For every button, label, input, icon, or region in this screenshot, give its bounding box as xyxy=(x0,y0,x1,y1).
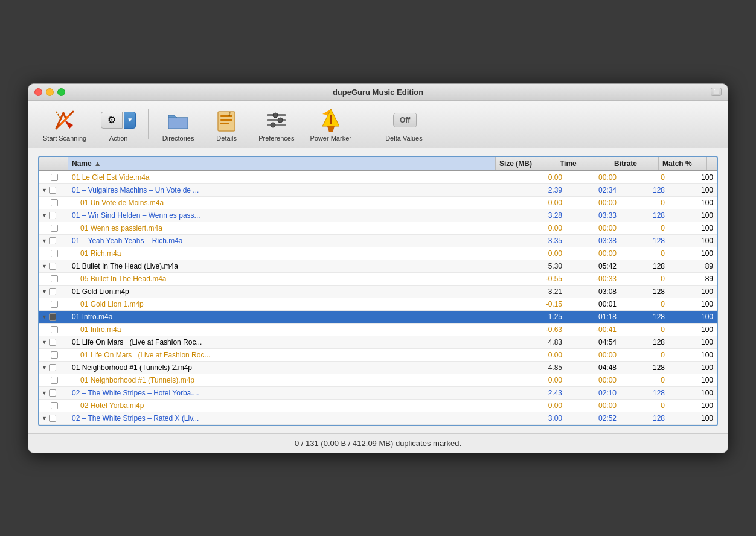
window-resize-btn[interactable]: ⬜ xyxy=(711,88,722,96)
table-row[interactable]: 01 Intro.m4a-0.63-00:410100 xyxy=(39,324,717,336)
row-checkbox[interactable] xyxy=(51,301,58,308)
power-marker-label: Power Marker xyxy=(310,135,351,142)
row-checkbox[interactable] xyxy=(49,263,56,270)
row-checkbox[interactable] xyxy=(49,339,56,346)
traffic-lights xyxy=(34,88,65,96)
th-size[interactable]: Size (MB) xyxy=(496,157,556,170)
table-row[interactable]: 02 Hotel Yorba.m4p0.0000:000100 xyxy=(39,400,717,412)
row-controls: ▼ xyxy=(39,260,68,272)
row-checkbox[interactable] xyxy=(51,351,58,359)
power-marker-button[interactable]: Power Marker xyxy=(305,104,356,144)
row-checkbox[interactable] xyxy=(51,250,58,257)
row-name: 02 Hotel Yorba.m4p xyxy=(68,400,505,412)
row-checkbox[interactable] xyxy=(51,275,58,282)
details-button[interactable]: ♪ Details xyxy=(205,104,248,144)
row-size: 0.00 xyxy=(505,171,566,183)
table-row[interactable]: ▼02 – The White Stripes – Hotel Yorba...… xyxy=(39,387,717,400)
table-row[interactable]: 01 Wenn es passiert.m4a0.0000:000100 xyxy=(39,222,717,235)
delta-on-button[interactable]: On xyxy=(417,113,417,127)
table-row[interactable]: 01 Le Ciel Est Vide.m4a0.0000:000100 xyxy=(39,171,717,184)
row-controls xyxy=(39,324,68,336)
row-bitrate: 128 xyxy=(620,286,668,298)
table-row[interactable]: 05 Bullet In The Head.m4a-0.55-00:33089 xyxy=(39,273,717,286)
table-row[interactable]: ▼01 Neighborhood #1 (Tunnels) 2.m4p4.850… xyxy=(39,362,717,374)
row-bitrate: 128 xyxy=(620,260,668,272)
expand-triangle-icon[interactable]: ▼ xyxy=(42,365,47,371)
row-size: 3.35 xyxy=(505,235,566,247)
expand-triangle-icon[interactable]: ▼ xyxy=(42,314,47,320)
close-button[interactable] xyxy=(34,88,42,96)
th-bitrate[interactable]: Bitrate xyxy=(610,157,659,170)
row-time: 00:00 xyxy=(566,247,620,260)
table-row[interactable]: ▼02 – The White Stripes – Rated X (Liv..… xyxy=(39,412,717,425)
row-name: 01 Bullet In The Head (Live).m4a xyxy=(68,260,505,272)
row-checkbox[interactable] xyxy=(49,415,56,422)
row-checkbox[interactable] xyxy=(49,212,56,219)
th-controls xyxy=(39,157,68,170)
row-controls: ▼ xyxy=(39,311,68,323)
row-checkbox[interactable] xyxy=(51,402,58,409)
directories-button[interactable]: Directories xyxy=(157,104,199,144)
row-checkbox[interactable] xyxy=(49,237,56,244)
row-checkbox[interactable] xyxy=(49,288,56,295)
table-row[interactable]: 01 Rich.m4a0.0000:000100 xyxy=(39,247,717,260)
table-row[interactable]: ▼01 Gold Lion.m4p3.2103:08128100 xyxy=(39,286,717,298)
preferences-button[interactable]: Preferences xyxy=(254,104,299,144)
delta-values-icon: Off On xyxy=(391,107,417,133)
row-checkbox[interactable] xyxy=(51,326,58,333)
expand-triangle-icon[interactable]: ▼ xyxy=(42,187,47,193)
table-row[interactable]: ▼01 Intro.m4a1.2501:18128100 xyxy=(39,311,717,324)
expand-triangle-icon[interactable]: ▼ xyxy=(42,212,47,219)
start-scanning-button[interactable]: Start Scanning xyxy=(38,104,91,144)
row-time: 04:54 xyxy=(566,336,620,348)
row-checkbox[interactable] xyxy=(51,377,58,384)
row-match: 100 xyxy=(668,209,717,222)
th-match[interactable]: Match % xyxy=(659,157,707,170)
table-row[interactable]: 01 Gold Lion 1.m4p-0.1500:010100 xyxy=(39,298,717,311)
table-row[interactable]: 01 Neighborhood #1 (Tunnels).m4p0.0000:0… xyxy=(39,374,717,387)
table-row[interactable]: ▼01 – Wir Sind Helden – Wenn es pass...3… xyxy=(39,209,717,222)
row-size: 2.43 xyxy=(505,387,566,399)
row-checkbox[interactable] xyxy=(49,364,56,371)
action-gear-button[interactable]: ⚙ xyxy=(101,112,123,129)
row-checkbox[interactable] xyxy=(51,225,58,232)
row-controls xyxy=(39,374,68,386)
row-checkbox[interactable] xyxy=(51,199,58,206)
table-row[interactable]: 01 Un Vote de Moins.m4a0.0000:000100 xyxy=(39,197,717,209)
minimize-button[interactable] xyxy=(46,88,54,96)
row-checkbox[interactable] xyxy=(51,174,58,181)
row-bitrate: 128 xyxy=(620,209,668,222)
svg-rect-4 xyxy=(218,112,235,131)
expand-triangle-icon[interactable]: ▼ xyxy=(42,238,47,244)
delta-off-button[interactable]: Off xyxy=(394,113,417,127)
row-bitrate: 128 xyxy=(620,235,668,247)
th-name[interactable]: Name ▲ xyxy=(68,157,496,170)
row-checkbox[interactable] xyxy=(49,389,56,397)
row-size: 3.00 xyxy=(505,412,566,424)
action-button-group: ⚙ ▼ Action xyxy=(97,104,139,144)
start-scanning-label: Start Scanning xyxy=(43,135,86,142)
row-checkbox[interactable] xyxy=(49,313,56,321)
row-checkbox[interactable] xyxy=(49,187,56,194)
table-row[interactable]: ▼01 – Vulgaires Machins – Un Vote de ...… xyxy=(39,184,717,197)
expand-triangle-icon[interactable]: ▼ xyxy=(42,263,47,269)
table-row[interactable]: 01 Life On Mars_ (Live at Fashion Roc...… xyxy=(39,349,717,362)
expand-triangle-icon[interactable]: ▼ xyxy=(42,415,47,421)
toolbar-separator-2 xyxy=(365,109,365,139)
row-time: 00:00 xyxy=(566,171,620,183)
table-row[interactable]: ▼01 Life On Mars_ (Live at Fashion Roc..… xyxy=(39,336,717,349)
row-bitrate: 0 xyxy=(620,273,668,285)
expand-triangle-icon[interactable]: ▼ xyxy=(42,289,47,295)
expand-triangle-icon[interactable]: ▼ xyxy=(42,390,47,396)
row-name: 01 Intro.m4a xyxy=(68,324,505,336)
table-row[interactable]: ▼01 Bullet In The Head (Live).m4a5.3005:… xyxy=(39,260,717,273)
table-row[interactable]: ▼01 – Yeah Yeah Yeahs – Rich.m4a3.3503:3… xyxy=(39,235,717,247)
th-time[interactable]: Time xyxy=(556,157,610,170)
toolbar: Start Scanning ⚙ ▼ Action Directories xyxy=(28,101,728,148)
action-dropdown-button[interactable]: ▼ xyxy=(124,112,136,129)
row-bitrate: 128 xyxy=(620,387,668,399)
expand-triangle-icon[interactable]: ▼ xyxy=(42,339,47,345)
row-controls xyxy=(39,197,68,209)
row-name: 01 – Vulgaires Machins – Un Vote de ... xyxy=(68,184,505,196)
maximize-button[interactable] xyxy=(57,88,65,96)
